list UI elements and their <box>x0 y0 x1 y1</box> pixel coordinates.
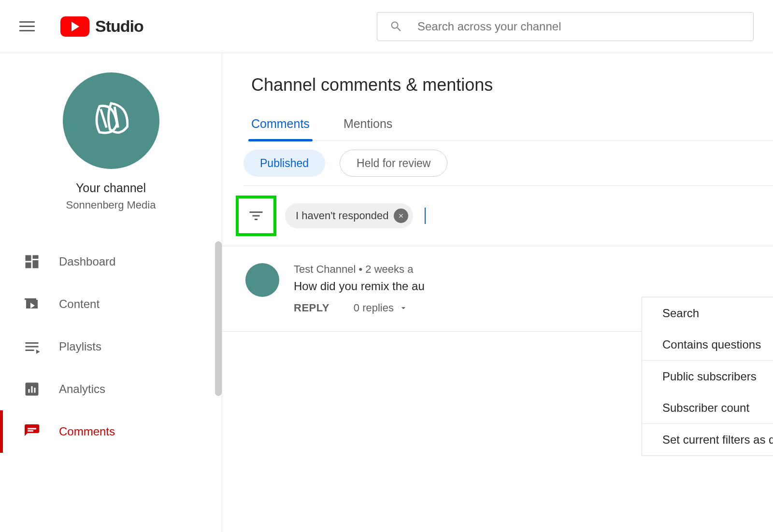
channel-heading: Your channel <box>0 181 222 195</box>
analytics-icon <box>23 380 41 398</box>
replies-count: 0 replies <box>354 302 394 314</box>
sidebar-item-label: Playlists <box>59 340 101 353</box>
sidebar-item-playlists[interactable]: Playlists <box>0 325 222 368</box>
sidebar-item-label: Analytics <box>59 382 105 396</box>
playlists-icon <box>23 338 41 355</box>
subtab-published[interactable]: Published <box>243 150 325 177</box>
sidebar: Your channel Sonnenberg Media Dashboard … <box>0 53 222 532</box>
comment-text: How did you remix the au <box>294 280 773 293</box>
filter-menu-set-default[interactable]: Set current filters as default <box>642 424 773 455</box>
tab-comments[interactable]: Comments <box>251 117 310 140</box>
filter-menu-public-subscribers[interactable]: Public subscribers <box>642 361 773 392</box>
svg-rect-3 <box>29 389 30 393</box>
filter-chip-remove[interactable] <box>394 209 408 223</box>
tabs: Comments Mentions <box>251 117 773 141</box>
sidebar-item-analytics[interactable]: Analytics <box>0 368 222 410</box>
channel-block: Your channel Sonnenberg Media <box>0 53 222 226</box>
subtabs: Published Held for review <box>243 150 773 186</box>
tab-mentions[interactable]: Mentions <box>344 117 392 140</box>
filter-bar: I haven't responded <box>222 186 773 246</box>
sidebar-item-label: Dashboard <box>59 255 115 268</box>
dashboard-icon <box>23 253 41 270</box>
main: Channel comments & mentions Comments Men… <box>222 53 773 532</box>
search-bar[interactable] <box>377 12 754 41</box>
filter-menu-subscriber-count[interactable]: Subscriber count <box>642 392 773 423</box>
filter-menu-search[interactable]: Search <box>642 297 773 329</box>
channel-avatar[interactable] <box>63 72 159 169</box>
header: Studio <box>0 0 773 53</box>
youtube-play-icon <box>60 16 89 37</box>
search-input[interactable] <box>417 20 741 33</box>
hamburger-menu-button[interactable] <box>19 17 39 36</box>
filter-dropdown: Search Contains questions Public subscri… <box>642 297 773 456</box>
search-icon <box>389 20 403 33</box>
filter-icon <box>247 207 265 224</box>
page-title: Channel comments & mentions <box>251 75 773 95</box>
text-cursor <box>425 208 426 224</box>
studio-logo[interactable]: Studio <box>60 16 143 37</box>
svg-rect-5 <box>34 388 36 393</box>
reply-button[interactable]: REPLY <box>294 302 329 314</box>
sidebar-item-comments[interactable]: Comments <box>0 410 222 453</box>
comment-time: 2 weeks a <box>365 263 413 275</box>
filter-button[interactable] <box>236 196 276 236</box>
svg-rect-4 <box>31 386 33 393</box>
sidebar-nav: Dashboard Content Playlists Analytics <box>0 240 222 453</box>
chevron-down-icon <box>399 303 408 313</box>
sidebar-item-content[interactable]: Content <box>0 283 222 325</box>
sidebar-item-label: Comments <box>59 425 115 438</box>
comment-author[interactable]: Test Channel <box>294 263 356 275</box>
sidebar-item-label: Content <box>59 297 100 311</box>
logo-text: Studio <box>95 17 143 36</box>
svg-line-0 <box>100 109 106 127</box>
filter-chip[interactable]: I haven't responded <box>285 203 413 228</box>
sidebar-item-dashboard[interactable]: Dashboard <box>0 240 222 283</box>
filter-chip-label: I haven't responded <box>296 210 389 222</box>
comments-icon <box>23 423 41 440</box>
leaf-icon <box>82 92 140 150</box>
comment-meta: Test Channel • 2 weeks a <box>294 263 773 276</box>
subtab-held-for-review[interactable]: Held for review <box>340 150 447 177</box>
close-icon <box>398 212 404 219</box>
content-icon <box>23 295 41 313</box>
filter-menu-contains-questions[interactable]: Contains questions <box>642 329 773 360</box>
replies-toggle[interactable]: 0 replies <box>354 302 408 314</box>
commenter-avatar[interactable] <box>245 263 279 297</box>
scrollbar[interactable] <box>215 241 222 396</box>
channel-name: Sonnenberg Media <box>0 199 222 211</box>
